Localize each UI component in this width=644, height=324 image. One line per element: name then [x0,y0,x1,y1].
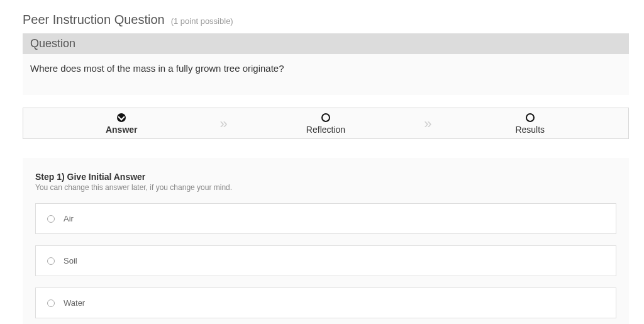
step-answer[interactable]: Answer [23,113,220,135]
step-reflection-label: Reflection [306,125,345,135]
circle-icon [321,113,330,122]
chevron-right-icon: » [220,117,228,131]
page-title: Peer Instruction Question [23,13,165,27]
chevron-right-icon: » [424,117,431,131]
question-section-header: Question [23,33,629,54]
circle-icon [526,113,535,122]
option-label: Soil [64,256,77,265]
answer-panel: Step 1) Give Initial Answer You can chan… [23,158,629,324]
option-soil[interactable]: Soil [35,245,616,276]
radio-icon [47,257,55,265]
radio-icon [47,299,55,307]
step-answer-label: Answer [106,125,138,135]
points-possible: (1 point possible) [171,16,233,26]
steps-bar: Answer » Reflection » Results [23,108,629,139]
step-reflection[interactable]: Reflection [228,113,425,135]
step-subtitle: You can change this answer later, if you… [35,183,616,192]
option-water[interactable]: Water [35,288,616,318]
option-air[interactable]: Air [35,203,616,234]
step-results-label: Results [515,125,545,135]
step-results[interactable]: Results [432,113,629,135]
question-text: Where does most of the mass in a fully g… [23,54,629,95]
circle-down-icon [117,113,126,122]
option-label: Air [64,214,74,223]
option-label: Water [64,298,85,308]
radio-icon [47,215,55,223]
page-title-row: Peer Instruction Question (1 point possi… [23,13,629,27]
step-title: Step 1) Give Initial Answer [35,172,616,182]
